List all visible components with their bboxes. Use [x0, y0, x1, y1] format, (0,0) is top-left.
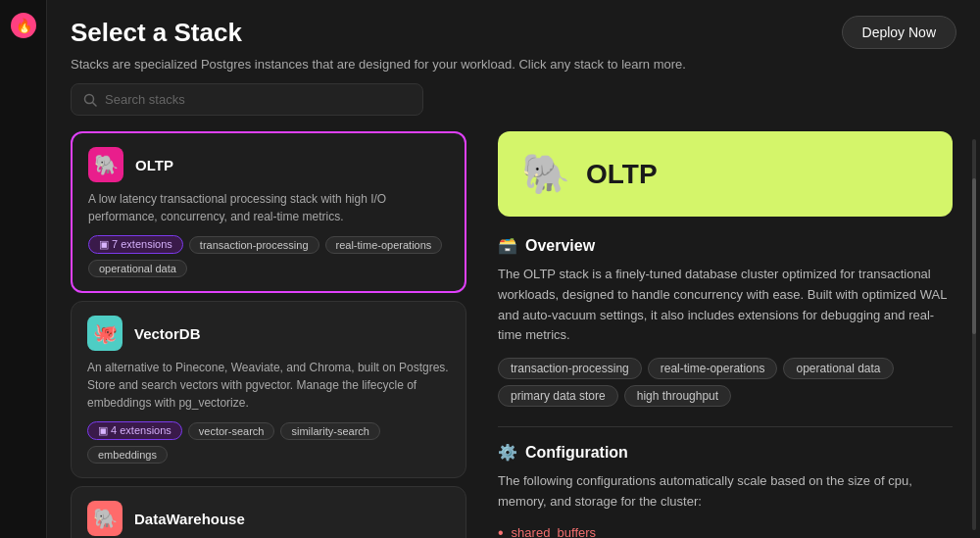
detail-hero: 🐘 OLTP: [498, 131, 953, 217]
search-icon: [83, 93, 97, 107]
detail-tag: real-time-operations: [648, 358, 778, 379]
card-icon: 🐙: [87, 316, 122, 351]
detail-hero-icon: 🐘: [521, 151, 570, 197]
deploy-now-button[interactable]: Deploy Now: [842, 16, 956, 49]
overview-section-header: 🗃️ Overview: [498, 236, 953, 255]
overview-text: The OLTP stack is a finely-tuned databas…: [498, 265, 953, 346]
card-icon: 🐘: [88, 147, 123, 182]
detail-tag: primary data store: [498, 385, 618, 407]
stack-list: 🐘 OLTP A low latency transactional proce…: [71, 131, 482, 538]
config-item: shared_buffers: [498, 524, 953, 538]
tag-plain: vector-search: [188, 422, 275, 440]
detail-tag: transaction-processing: [498, 358, 642, 379]
detail-tag: high throughput: [624, 385, 731, 407]
search-box: [71, 83, 423, 116]
stack-card-vectordb[interactable]: 🐙 VectorDB An alternative to Pinecone, W…: [71, 301, 466, 478]
section-divider: [498, 426, 953, 427]
search-area: [47, 83, 980, 131]
tag-ext: ▣ 7 extensions: [88, 235, 183, 254]
stack-card-datawarehouse[interactable]: 🐘 DataWarehouse Extract, Transform and L…: [71, 486, 466, 538]
scrollbar-thumb: [972, 178, 976, 335]
config-title: Configuration: [525, 444, 628, 462]
main-content: Select a Stack Deploy Now Stacks are spe…: [47, 0, 980, 538]
card-title: VectorDB: [134, 325, 201, 342]
config-text: The following configurations automatical…: [498, 471, 953, 513]
card-icon: 🐘: [87, 501, 122, 536]
scrollbar: [972, 139, 976, 530]
card-title: DataWarehouse: [134, 511, 245, 527]
card-tags: ▣ 4 extensionsvector-searchsimilarity-se…: [87, 421, 450, 464]
tag-plain: embeddings: [87, 446, 168, 464]
tag-plain: real-time-operations: [325, 236, 443, 254]
topbar: Select a Stack Deploy Now: [47, 0, 980, 57]
card-title: OLTP: [135, 157, 173, 173]
tag-plain: operational data: [88, 260, 187, 277]
config-list: shared_buffersmax_connectionswork_membgw…: [498, 524, 953, 538]
detail-tag: operational data: [783, 358, 893, 379]
sidebar: 🔥: [0, 0, 47, 538]
config-section-header: ⚙️ Configuration: [498, 443, 953, 462]
tag-plain: transaction-processing: [189, 236, 319, 254]
tag-ext: ▣ 4 extensions: [87, 421, 182, 440]
card-header: 🐘 OLTP: [88, 147, 449, 182]
card-desc: An alternative to Pinecone, Weaviate, an…: [87, 359, 450, 412]
stack-card-oltp[interactable]: 🐘 OLTP A low latency transactional proce…: [71, 131, 466, 293]
svg-line-3: [93, 102, 97, 106]
content-area: 🐘 OLTP A low latency transactional proce…: [47, 131, 980, 538]
config-item-label: shared_buffers: [512, 525, 597, 538]
detail-panel: 🐘 OLTP 🗃️ Overview The OLTP stack is a f…: [482, 131, 968, 538]
card-header: 🐘 DataWarehouse: [87, 501, 450, 536]
card-header: 🐙 VectorDB: [87, 316, 450, 351]
svg-text:🔥: 🔥: [15, 18, 32, 34]
search-input[interactable]: [105, 92, 411, 107]
tag-plain: similarity-search: [280, 422, 379, 440]
overview-title: Overview: [525, 237, 595, 255]
config-icon: ⚙️: [498, 443, 517, 462]
card-desc: A low latency transactional processing s…: [88, 190, 449, 225]
card-tags: ▣ 7 extensionstransaction-processingreal…: [88, 235, 449, 277]
page-title: Select a Stack: [71, 18, 242, 48]
overview-icon: 🗃️: [498, 236, 517, 255]
detail-hero-title: OLTP: [586, 159, 658, 190]
page-subtitle: Stacks are specialized Postgres instance…: [47, 57, 980, 83]
app-logo: 🔥: [10, 12, 37, 39]
detail-tags: transaction-processingreal-time-operatio…: [498, 358, 953, 407]
